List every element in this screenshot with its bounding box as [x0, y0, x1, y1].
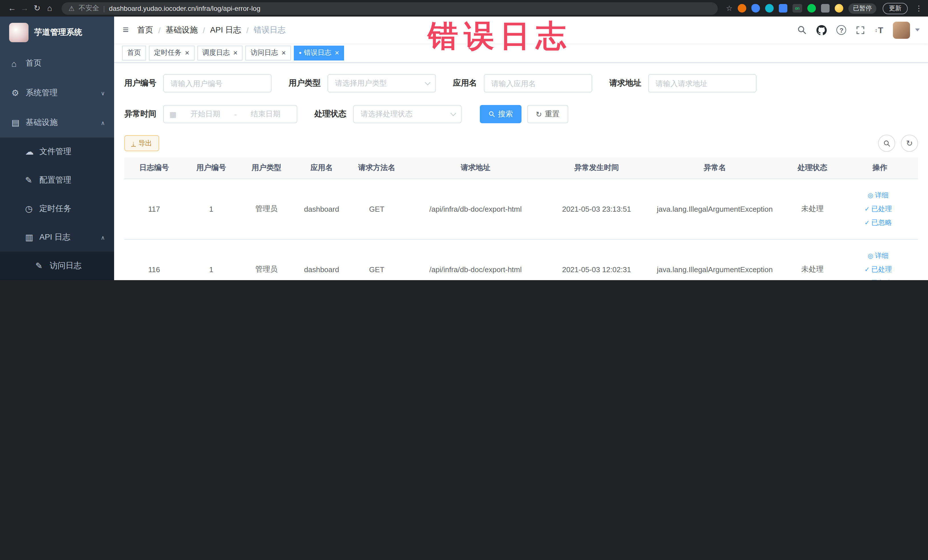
mark-ignored-link[interactable]: ✓ 已忽略 [844, 276, 912, 280]
search-icon[interactable] [797, 25, 807, 35]
logo-avatar [9, 23, 29, 42]
address-bar[interactable]: ⚠ 不安全 | dashboard.yudao.iocoder.cn/infra… [62, 2, 718, 15]
fullscreen-icon[interactable] [856, 25, 865, 35]
table-body: 117 1 管理员 dashboard GET /api/infra/db-do… [124, 179, 918, 280]
cell-request-url: /api/infra/db-doc/export-html [404, 239, 546, 280]
tab[interactable]: ● 错误日志 × [294, 45, 344, 60]
warning-icon: ⚠ [69, 4, 75, 12]
error-log-table: 日志编号用户编号用户类型应用名请求方法名请求地址异常发生时间异常名处理状态操作 … [124, 157, 918, 280]
close-icon[interactable]: × [233, 49, 237, 57]
request-url-input[interactable] [648, 74, 757, 92]
cell-exception-time: 2021-05-03 23:13:51 [546, 179, 647, 239]
search-button[interactable]: 搜索 [480, 105, 522, 123]
reset-button[interactable]: ↻ 重置 [527, 105, 568, 123]
sidebar-item[interactable]: ▥ API 日志 ∧ [0, 223, 114, 252]
extension-icon[interactable] [751, 4, 760, 12]
page-content: 用户编号 用户类型 请选择用户类型 应用名 [114, 63, 928, 280]
mark-ignored-link[interactable]: ✓ 已忽略 [844, 216, 912, 229]
calendar-icon: ▦ [169, 110, 177, 118]
breadcrumb-item[interactable]: 基础设施 / [166, 25, 210, 35]
filter-user-type: 用户类型 请选择用户类型 [289, 74, 436, 92]
sidebar-item[interactable]: ▤ 基础设施 ∧ [0, 108, 114, 137]
extension-icon[interactable] [821, 4, 830, 12]
close-icon[interactable]: × [185, 49, 189, 57]
mark-processed-link[interactable]: ✓ 已处理 [844, 202, 912, 216]
table-toolbar: ↓ 导出 ↻ [124, 135, 918, 152]
tab[interactable]: 调度日志 × [197, 45, 243, 60]
extension-icon[interactable] [779, 4, 788, 12]
tab-label: 错误日志 [304, 48, 331, 58]
breadcrumb-item[interactable]: 首页 / [137, 25, 166, 35]
sidebar-item-label: 配置管理 [40, 175, 105, 185]
cell-operations: ◎ 详细 ✓ 已处理 ✓ 已忽略 [842, 179, 918, 239]
reload-button[interactable]: ↻ [31, 0, 43, 17]
cell-app-name: dashboard [294, 239, 349, 280]
app-logo[interactable]: 芋道管理系统 [0, 17, 114, 49]
refresh-table-button[interactable]: ↻ [901, 135, 918, 152]
exception-time-label: 异常时间 [124, 109, 156, 119]
user-type-label: 用户类型 [289, 78, 321, 89]
filter-row-2: 异常时间 ▦ 开始日期 - 结束日期 处理状态 请选择处理状态 [124, 105, 918, 123]
sidebar-item[interactable]: ✎ 配置管理 [0, 166, 114, 195]
breadcrumb-item[interactable]: API 日志 / [210, 25, 254, 35]
user-menu-caret-icon[interactable] [915, 29, 920, 31]
sidebar-item[interactable]: ◷ 定时任务 [0, 195, 114, 223]
mark-processed-link[interactable]: ✓ 已处理 [844, 262, 912, 276]
user-id-input[interactable] [163, 74, 272, 92]
extension-icon[interactable] [807, 4, 816, 12]
address-divider: | [103, 4, 105, 12]
cell-operations: ◎ 详细 ✓ 已处理 ✓ 已忽略 [842, 239, 918, 280]
close-icon[interactable]: × [281, 49, 285, 57]
extension-icon[interactable] [738, 4, 746, 12]
detail-link[interactable]: ◎ 详细 [844, 188, 912, 202]
table-tools: ↻ [878, 135, 918, 152]
menu-icon: ✎ [25, 175, 40, 185]
paused-badge[interactable]: 已暂停 [849, 3, 876, 14]
update-button[interactable]: 更新 [883, 3, 908, 14]
collapse-sidebar-icon[interactable]: ≡ [123, 24, 129, 36]
extension-icon[interactable] [765, 4, 774, 12]
back-button[interactable]: ← [6, 0, 18, 17]
extension-on-badge[interactable]: on [792, 4, 802, 12]
chevron-icon: ∧ [101, 119, 105, 126]
browser-menu-icon[interactable]: ⋮ [915, 4, 923, 12]
cell-request-url: /api/infra/db-doc/export-html [404, 179, 546, 239]
tab[interactable]: 定时任务 × [149, 45, 194, 60]
font-size-icon[interactable]: ↕T [875, 25, 883, 35]
export-button[interactable]: ↓ 导出 [124, 135, 159, 151]
browser-profile-avatar[interactable] [835, 4, 843, 12]
top-navbar: ≡ 首页 / 基础设施 / [114, 17, 928, 43]
user-avatar[interactable] [893, 21, 910, 38]
close-icon[interactable]: × [334, 49, 339, 57]
sidebar-item[interactable]: ✎ 访问日志 [0, 252, 114, 280]
toggle-search-button[interactable] [878, 135, 895, 152]
check-icon: ✓ [864, 266, 870, 272]
sidebar-item[interactable]: ⚙ 系统管理 ∨ [0, 78, 114, 108]
date-range-picker[interactable]: ▦ 开始日期 - 结束日期 [163, 105, 297, 123]
help-icon[interactable]: ? [837, 25, 846, 35]
page: ← → ↻ ⌂ ⚠ 不安全 | dashboard.yudao.iocoder.… [0, 0, 928, 280]
home-button[interactable]: ⌂ [43, 0, 56, 17]
bookmark-star-icon[interactable]: ☆ [726, 4, 733, 12]
chevron-icon: ∧ [101, 234, 105, 241]
filter-process-status: 处理状态 请选择处理状态 [314, 105, 462, 123]
user-type-select[interactable]: 请选择用户类型 [328, 74, 436, 92]
navbar-actions: ? ↕T [797, 21, 920, 38]
filter-request-url: 请求地址 [609, 74, 757, 92]
tab[interactable]: 首页 [122, 45, 146, 60]
app-name-input[interactable] [484, 74, 592, 92]
table-row: 116 1 管理员 dashboard GET /api/infra/db-do… [124, 239, 918, 280]
github-icon[interactable] [817, 25, 827, 35]
detail-link[interactable]: ◎ 详细 [844, 249, 912, 262]
sidebar-item[interactable]: ☁ 文件管理 [0, 137, 114, 166]
breadcrumb-item[interactable]: 错误日志 / [253, 25, 285, 35]
forward-button[interactable]: → [18, 0, 31, 17]
sidebar-item[interactable]: ⌂ 首页 [0, 49, 114, 78]
table-row: 117 1 管理员 dashboard GET /api/infra/db-do… [124, 179, 918, 239]
filter-exception-time: 异常时间 ▦ 开始日期 - 结束日期 [124, 105, 297, 123]
column-header: 操作 [842, 157, 918, 179]
main-area: ≡ 首页 / 基础设施 / [114, 17, 928, 280]
process-status-select[interactable]: 请选择处理状态 [353, 105, 462, 123]
tab[interactable]: 访问日志 × [245, 45, 291, 60]
column-header: 处理状态 [783, 157, 842, 179]
